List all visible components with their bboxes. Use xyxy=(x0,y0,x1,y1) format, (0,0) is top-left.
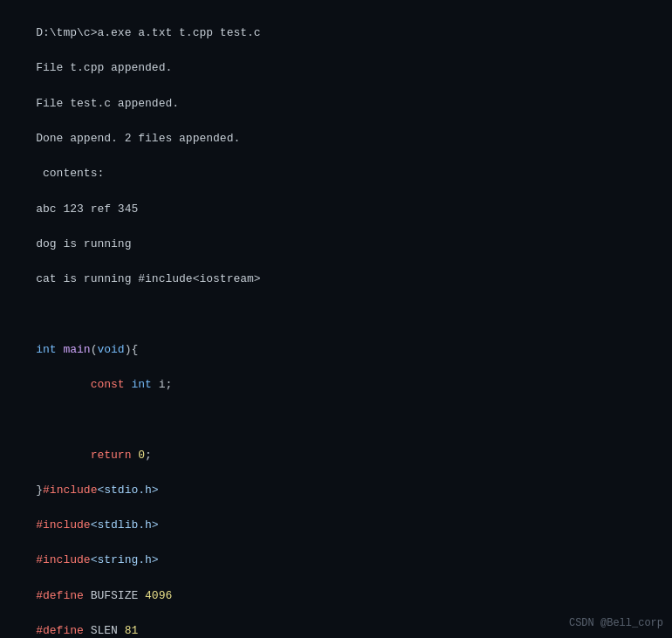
terminal: D:\tmp\c>a.exe a.txt t.cpp test.c File t… xyxy=(0,0,672,638)
line-4: Done append. 2 files appended. xyxy=(36,132,240,145)
line-15: #define BUFSIZE 4096 xyxy=(36,589,172,602)
code-content: D:\tmp\c>a.exe a.txt t.cpp test.c File t… xyxy=(9,7,663,638)
line-3: File test.c appended. xyxy=(36,97,179,110)
line-12: }#include<stdio.h> xyxy=(36,484,158,497)
line-7: dog is running xyxy=(36,237,131,250)
line-13: #include<stdlib.h> xyxy=(36,518,158,532)
watermark: CSDN @Bell_corp xyxy=(569,617,663,629)
line-6: abc 123 ref 345 xyxy=(36,202,138,216)
line-8: cat is running #include<iostream> xyxy=(36,272,260,285)
line-1: D:\tmp\c>a.exe a.txt t.cpp test.c xyxy=(36,26,260,39)
line-16: #define SLEN 81 xyxy=(36,624,138,637)
line-5: contents: xyxy=(36,167,104,180)
line-10: const int i; xyxy=(36,378,172,391)
line-9: int main(void){ xyxy=(36,343,138,356)
line-11: return 0; xyxy=(36,449,152,462)
line-2: File t.cpp appended. xyxy=(36,61,172,74)
line-14: #include<string.h> xyxy=(36,553,158,566)
